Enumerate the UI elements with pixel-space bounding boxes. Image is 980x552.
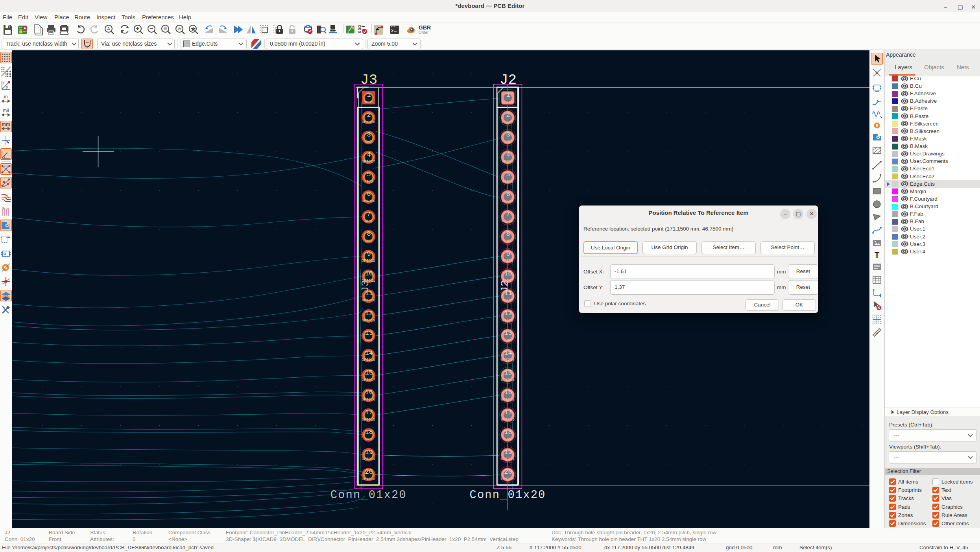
svg-text:GPIO28: GPIO28 <box>362 120 376 124</box>
svg-text:16: 16 <box>365 389 373 396</box>
svg-text:20: 20 <box>504 468 512 476</box>
svg-text:16: 16 <box>504 389 512 396</box>
svg-text:7: 7 <box>367 210 371 218</box>
svg-text:GPIO5: GPIO5 <box>502 219 513 223</box>
svg-text:GND: GND <box>365 437 372 441</box>
svg-text:GPIO3: GPIO3 <box>502 179 513 184</box>
svg-text:GPIO14: GPIO14 <box>362 457 376 461</box>
svg-text:GPIO4: GPIO4 <box>502 199 513 203</box>
svg-text:8: 8 <box>367 230 371 238</box>
svg-text:in: in <box>4 94 7 100</box>
svg-text:GPIO13: GPIO13 <box>362 477 376 481</box>
svg-text:GPIO20: GPIO20 <box>362 298 376 303</box>
svg-text:Conn_01x20: Conn_01x20 <box>330 489 407 502</box>
svg-text:1: 1 <box>367 91 371 99</box>
svg-text:A: A <box>107 26 110 31</box>
svg-text:5: 5 <box>506 171 510 178</box>
svg-text:J2: J2 <box>500 72 517 88</box>
svg-text:8: 8 <box>506 230 510 238</box>
svg-text:13: 13 <box>365 329 373 337</box>
svg-text:GND: GND <box>365 338 372 342</box>
svg-text:12: 12 <box>365 310 373 317</box>
svg-text:J3: J3 <box>360 280 371 292</box>
svg-text:GPIO11: GPIO11 <box>501 378 515 382</box>
svg-text:GND: GND <box>504 437 511 441</box>
svg-text:10: 10 <box>365 270 373 277</box>
svg-text:GPIO18: GPIO18 <box>362 358 376 362</box>
svg-text:17: 17 <box>504 409 512 416</box>
svg-text:T: T <box>875 251 879 259</box>
svg-text:r: r <box>3 81 4 85</box>
svg-text:4: 4 <box>367 151 371 159</box>
svg-text:10: 10 <box>504 270 512 277</box>
svg-text:θ: θ <box>6 85 8 89</box>
svg-text:GPIO19: GPIO19 <box>362 318 376 323</box>
svg-text:RUN: RUN <box>365 219 372 223</box>
svg-text:Conn_01x20: Conn_01x20 <box>469 489 546 502</box>
svg-text:GPIO14: GPIO14 <box>501 457 515 461</box>
svg-text:GPIO27: GPIO27 <box>362 159 375 164</box>
svg-text:14: 14 <box>365 349 373 357</box>
svg-text:15: 15 <box>504 369 512 377</box>
svg-text:2: 2 <box>506 111 510 119</box>
svg-text:VBUS: VBUS <box>364 100 373 104</box>
svg-text:GPIO22: GPIO22 <box>362 258 376 263</box>
svg-text:13: 13 <box>504 329 512 337</box>
svg-text:9: 9 <box>506 250 510 258</box>
svg-text:19: 19 <box>365 449 373 456</box>
svg-text:GPIO12: GPIO12 <box>501 397 515 402</box>
svg-text:14: 14 <box>504 349 512 357</box>
svg-text:GND: GND <box>365 140 372 144</box>
svg-text:GND: GND <box>504 338 511 342</box>
svg-text:6: 6 <box>367 190 371 198</box>
svg-text:GPIO13: GPIO13 <box>501 417 515 422</box>
svg-text:GPIO10: GPIO10 <box>501 358 515 362</box>
svg-text:GPIO8: GPIO8 <box>502 298 513 303</box>
svg-text:GPIO9: GPIO9 <box>502 318 513 323</box>
svg-text:GPIO26: GPIO26 <box>362 199 376 203</box>
svg-text:mm: mm <box>2 122 10 127</box>
svg-text:+3V3: +3V3 <box>364 179 373 184</box>
svg-text:5: 5 <box>367 171 371 178</box>
svg-text:15: 15 <box>365 369 373 377</box>
svg-text:3: 3 <box>506 131 510 138</box>
svg-text:GPIO16: GPIO16 <box>362 397 376 402</box>
svg-text:GND: GND <box>504 239 511 243</box>
svg-text:12: 12 <box>504 310 512 317</box>
svg-text:7: 7 <box>506 210 510 218</box>
svg-text:6: 6 <box>506 190 510 198</box>
svg-text:1: 1 <box>506 91 510 99</box>
svg-text:2: 2 <box>367 111 371 119</box>
svg-text:20: 20 <box>365 468 373 476</box>
svg-text:3: 3 <box>367 131 371 138</box>
svg-text:GPIO15: GPIO15 <box>501 477 515 481</box>
svg-text:18: 18 <box>504 428 512 436</box>
svg-text:17: 17 <box>365 409 373 416</box>
svg-text:J3: J3 <box>360 72 377 88</box>
svg-text:mil: mil <box>3 108 9 113</box>
svg-text:GPIO0: GPIO0 <box>502 100 513 104</box>
svg-text:GPIO1: GPIO1 <box>502 120 513 124</box>
svg-text:19: 19 <box>504 449 512 456</box>
svg-text:GPIO6: GPIO6 <box>502 258 513 263</box>
svg-text:GPIO17: GPIO17 <box>362 378 375 382</box>
svg-text:GPIO2: GPIO2 <box>502 159 513 164</box>
svg-text:4: 4 <box>506 151 510 159</box>
svg-text:9: 9 <box>367 250 371 258</box>
svg-text:18: 18 <box>365 428 373 436</box>
svg-text:J2: J2 <box>499 280 511 292</box>
svg-text:GND: GND <box>504 140 511 144</box>
svg-text:GND: GND <box>365 239 372 243</box>
svg-text:GPIO15: GPIO15 <box>362 417 376 422</box>
